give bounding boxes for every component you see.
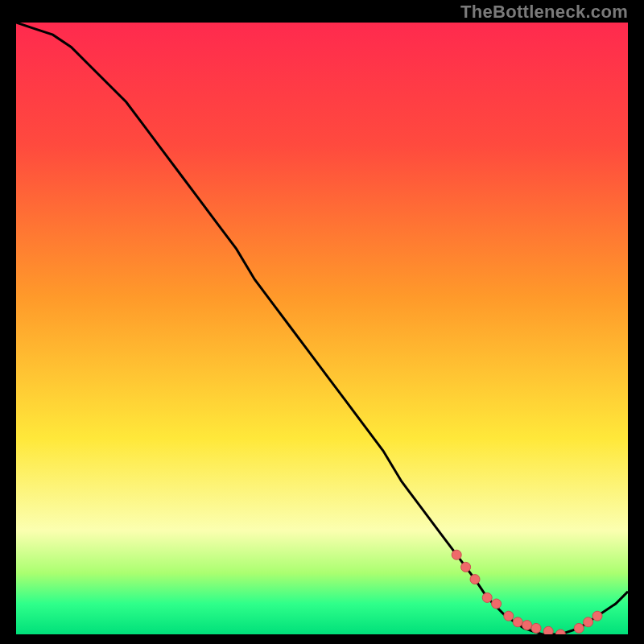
marker-point xyxy=(592,611,602,621)
marker-point xyxy=(482,592,492,602)
marker-point xyxy=(470,575,480,584)
marker-point xyxy=(461,562,471,572)
gradient-background xyxy=(16,23,628,634)
marker-point xyxy=(531,623,541,633)
watermark-text: TheBottleneck.com xyxy=(460,2,628,23)
marker-point xyxy=(492,599,502,609)
marker-point xyxy=(543,626,553,634)
marker-point xyxy=(504,611,514,621)
chart-stage: TheBottleneck.com xyxy=(0,0,644,644)
marker-point xyxy=(452,550,461,559)
marker-point xyxy=(513,617,522,627)
marker-point xyxy=(522,621,532,630)
bottleneck-plot xyxy=(16,23,628,634)
marker-point xyxy=(574,623,584,633)
marker-point xyxy=(584,617,593,627)
